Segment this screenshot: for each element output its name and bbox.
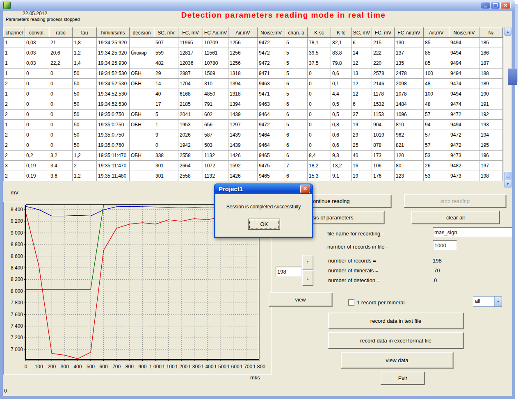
table-cell: [130, 38, 154, 48]
table-cell: 1439: [228, 130, 258, 140]
table-cell: 0: [25, 89, 49, 99]
dialog-close-button[interactable]: ✕: [300, 185, 310, 193]
minimize-button[interactable]: [481, 2, 490, 9]
spin-up-button[interactable]: ↑: [302, 255, 313, 269]
title-bar[interactable]: [0, 0, 515, 11]
dropdown-arrow-icon[interactable]: ▼: [494, 297, 502, 306]
table-cell: 1532: [372, 99, 395, 110]
svg-text:8 600: 8 600: [11, 253, 23, 259]
table-row: 10,03211,819:34:25:920507119651070912569…: [4, 38, 503, 48]
table-cell: 194: [479, 130, 503, 140]
table-cell: 0: [49, 99, 73, 110]
spin-down-button[interactable]: ↓: [302, 270, 313, 286]
table-cell: 192: [479, 110, 503, 120]
record-text-file-button[interactable]: record data in text file: [328, 313, 463, 329]
svg-text:7 200: 7 200: [11, 335, 23, 340]
one-record-checkbox[interactable]: [348, 299, 354, 306]
table-scrollbar[interactable]: ▲ ▼: [504, 27, 512, 188]
table-cell: 48: [424, 99, 449, 110]
table-cell: 2558: [178, 171, 203, 181]
table-cell: 2185: [178, 99, 203, 110]
table-cell: 1: [4, 48, 25, 58]
table-cell: 0,6: [331, 130, 352, 140]
scroll-up-button[interactable]: ▲: [504, 28, 511, 36]
close-button[interactable]: ✕: [500, 2, 511, 9]
record-index-input[interactable]: [276, 267, 302, 277]
table-header-cell: FC, mV: [178, 28, 203, 38]
table-cell: 50: [73, 79, 97, 89]
view-data-button[interactable]: view data: [341, 352, 453, 368]
table-cell: 18,2: [308, 161, 331, 171]
table-header-cell: SC, mV: [154, 28, 178, 38]
table-cell: 5: [285, 120, 308, 130]
table-cell: 1: [4, 89, 25, 99]
stop-reading-button[interactable]: stop reading: [404, 194, 506, 208]
maximize-button[interactable]: [491, 2, 500, 9]
table-cell: 15,3: [308, 171, 331, 181]
records-in-file-label: number of records in file -: [327, 244, 388, 250]
table-cell: 0,03: [25, 48, 49, 58]
table-cell: 9494: [449, 120, 479, 130]
table-cell: 0: [49, 68, 73, 79]
table-cell: 50: [73, 140, 97, 151]
scroll-down-button[interactable]: ▼: [504, 180, 511, 187]
table-header-cell: SC, mV: [352, 28, 372, 38]
table-cell: 195: [479, 140, 503, 151]
view-button[interactable]: view: [269, 292, 332, 306]
table-cell: ОБН: [130, 110, 154, 120]
table-header-cell: FC-Air,mV: [395, 28, 424, 38]
dialog-title-bar[interactable]: Project1 ✕: [215, 183, 312, 194]
spin-down-icon: ↓: [306, 275, 309, 281]
table-row: 2005019:34:52:530ОБН14170431013949463600…: [4, 79, 503, 89]
table-cell: 40: [154, 89, 178, 99]
table-cell: 9471: [258, 89, 285, 99]
table-cell: 1,2: [73, 48, 97, 58]
table-cell: 19:34:25:930: [97, 58, 130, 68]
table-cell: 2: [4, 171, 25, 181]
table-cell: 50: [73, 68, 97, 79]
table-cell: 6: [285, 99, 308, 110]
table-cell: 19:35:0:750: [97, 130, 130, 140]
table-cell: 0,6: [331, 140, 352, 151]
table-row: 1005019:35:0:750ОБН1195365612979472500,8…: [4, 120, 503, 130]
ok-button[interactable]: OK: [248, 219, 280, 230]
table-cell: 19:34:25:920: [97, 38, 130, 48]
svg-text:9 200: 9 200: [11, 218, 23, 224]
record-excel-file-button[interactable]: record data in excel format file: [328, 332, 463, 349]
records-in-file-input[interactable]: [433, 240, 457, 250]
table-cell: 1704: [178, 79, 203, 89]
table-cell: 14: [154, 79, 178, 89]
filter-dropdown[interactable]: all ▼: [473, 296, 502, 307]
page-title: Detection parameters reading mode in rea…: [137, 11, 429, 20]
table-cell: 1: [4, 38, 25, 48]
table-cell: 6168: [178, 89, 203, 99]
exit-button[interactable]: Exit: [381, 372, 425, 385]
table-cell: 50: [73, 99, 97, 110]
close-icon: ✕: [504, 3, 507, 8]
table-cell: 9494: [449, 89, 479, 99]
table-cell: 19:34:52:530: [97, 68, 130, 79]
table-row: 10,0322,21,419:34:25:9304821203610780125…: [4, 58, 503, 68]
table-cell: 0: [25, 68, 49, 79]
table-cell: 962: [395, 130, 424, 140]
table-cell: 0: [308, 120, 331, 130]
table-cell: 1484: [395, 99, 424, 110]
dialog: Project1 ✕ Session is completed successf…: [214, 183, 313, 238]
bottom-status-text: 0: [4, 388, 7, 394]
clear-all-button[interactable]: clear all: [411, 211, 500, 224]
table-cell: 57: [424, 130, 449, 140]
svg-text:7 400: 7 400: [11, 323, 23, 329]
table-cell: 0: [49, 110, 73, 120]
table-cell: 6: [352, 38, 372, 48]
table-cell: 85: [424, 48, 449, 58]
table-row: 20,23,21,219:35:11:470ОБН338255811321426…: [4, 151, 503, 161]
table-cell: 21: [49, 38, 73, 48]
table-cell: 193: [479, 120, 503, 130]
table-row: 10,0320,61,219:34:25:920блокир5591281711…: [4, 48, 503, 58]
table-cell: 12036: [178, 58, 203, 68]
table-cell: 3: [4, 161, 25, 171]
file-name-input[interactable]: [433, 227, 512, 237]
table-cell: 9472: [258, 58, 285, 68]
table-cell: 3,4: [49, 161, 73, 171]
table-cell: 1153: [372, 110, 395, 120]
